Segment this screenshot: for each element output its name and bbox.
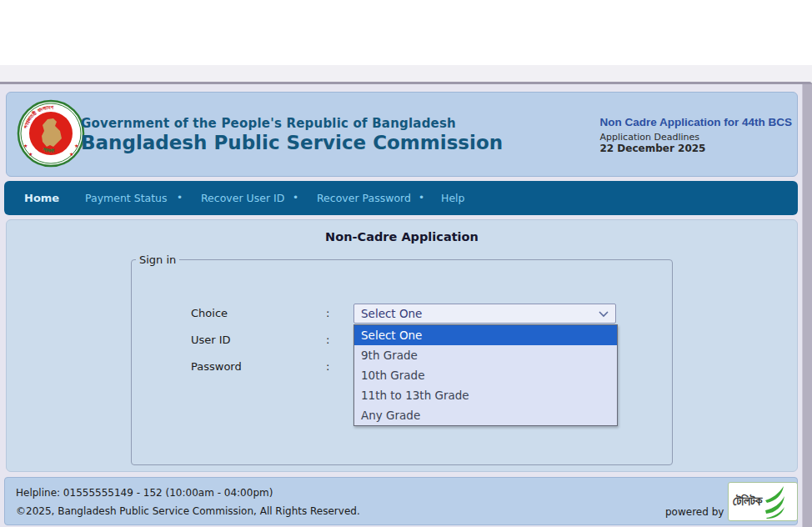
chevron-down-icon [599,311,609,318]
government-title: Government of the People's Republic of B… [81,116,456,131]
nav-item-home[interactable]: Home [24,181,59,215]
nav-separator-dot: • [177,181,183,215]
main-nav: Home Payment Status • Recover User ID • … [4,181,798,215]
powered-by-text: powered by [665,506,724,518]
password-label: Password [191,357,291,377]
scrollbar-track[interactable] [802,84,812,527]
footer-panel: Helpline: 01555555149 - 152 (10:00am - 0… [4,477,798,525]
nav-item-help[interactable]: Help [441,181,465,215]
page-title: Non-Cadre Application [7,230,797,243]
svg-text:★: ★ [28,151,33,157]
teletalk-wordmark: টেলিটক [733,495,762,508]
teletalk-swoosh-icon [764,485,785,519]
choice-dropdown-list: Select One 9th Grade 10th Grade 11th to … [353,324,618,426]
user-id-label: User ID [191,330,291,350]
commission-title: Bangladesh Public Service Commission [81,132,503,153]
dropdown-option-any-grade[interactable]: Any Grade [354,405,617,425]
government-seal-logo: গণপ্রজাতন্ত্রী বাংলাদেশ সরকার ★ ★ ★ ★ [17,99,85,168]
browser-top-area [0,0,812,65]
main-panel: Non-Cadre Application Sign in Choice : S… [6,219,798,472]
dropdown-option-select-one[interactable]: Select One [354,325,617,345]
signin-legend: Sign in [136,253,179,266]
dropdown-option-9th-grade[interactable]: 9th Grade [354,345,617,365]
nav-item-recover-password[interactable]: Recover Password [317,181,411,215]
choice-select[interactable]: Select One [353,304,616,324]
svg-text:★: ★ [23,143,28,148]
choice-label: Choice [191,304,291,324]
application-title: Non Cadre Application for 44th BCS [599,116,792,128]
page-viewport: গণপ্রজাতন্ত্রী বাংলাদেশ সরকার ★ ★ ★ ★ Go… [0,84,802,527]
screen: গণপ্রজাতন্ত্রী বাংলাদেশ সরকার ★ ★ ★ ★ Go… [0,0,812,527]
header-panel: গণপ্রজাতন্ত্রী বাংলাদেশ সরকার ★ ★ ★ ★ Go… [6,92,798,177]
nav-item-payment-status[interactable]: Payment Status [85,181,168,215]
signin-fieldset: Sign in Choice : Select One User ID : Pa… [131,253,673,465]
header-right-block: Non Cadre Application for 44th BCS Appli… [599,116,792,154]
choice-select-value: Select One [361,307,422,320]
password-colon: : [326,357,334,377]
nav-item-recover-user-id[interactable]: Recover User ID [201,181,284,215]
nav-separator-dot: • [419,181,424,215]
dropdown-option-10th-grade[interactable]: 10th Grade [354,365,617,385]
svg-text:★: ★ [69,151,73,157]
deadline-date: 22 December 2025 [599,143,792,154]
user-id-colon: : [326,330,334,350]
copyright-text: ©2025, Bangladesh Public Service Commiss… [16,505,360,517]
deadline-label: Application Deadlines [599,132,792,143]
svg-text:★: ★ [74,143,78,148]
nav-separator-dot: • [293,181,298,215]
window-chrome-band [0,65,812,82]
choice-colon: : [326,304,334,324]
helpline-text: Helpline: 01555555149 - 152 (10:00am - 0… [16,487,273,499]
teletalk-logo: টেলিটক [728,482,798,521]
dropdown-option-11th-13th-grade[interactable]: 11th to 13th Grade [354,385,617,405]
